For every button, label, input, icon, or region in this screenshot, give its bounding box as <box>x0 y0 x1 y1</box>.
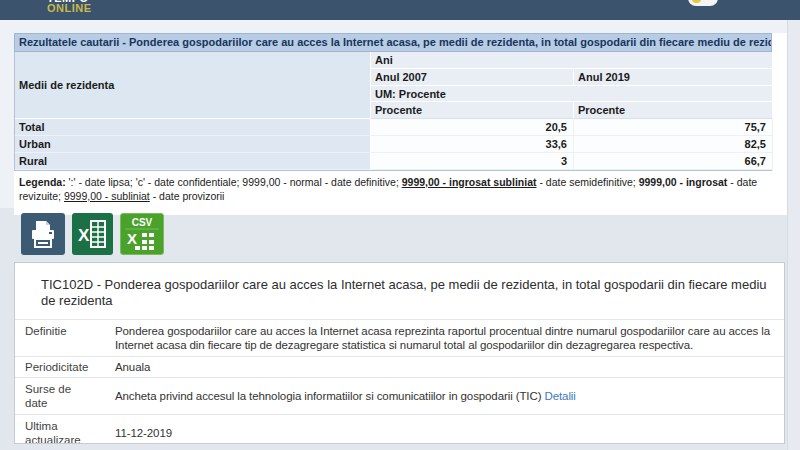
meta-value-definitie: Ponderea gospodariilor care au acces la … <box>103 320 784 356</box>
legend-segment: - date semidefinitive; <box>537 176 639 188</box>
legend-text: Legenda: ':' - date lipsa; 'c' - date co… <box>14 171 769 205</box>
printer-icon <box>28 219 58 249</box>
legend-segment: ':' - date lipsa; 'c' - date confidentia… <box>69 176 402 188</box>
legend-segment: 9999,00 - ingrosat subliniat <box>402 176 537 188</box>
logo-line-online: ONLINE <box>47 3 92 13</box>
topbar-partial-widget <box>688 0 718 6</box>
table-row-label-total: Total <box>15 119 371 136</box>
meta-label-definitie: Definitie <box>15 320 103 356</box>
meta-value-surse-de-date: Ancheta privind accesul la tehnologia in… <box>103 385 784 407</box>
table-cell-rural-2007: 3 <box>371 153 574 170</box>
topbar-widget-accent <box>692 0 701 3</box>
results-section: Rezultatele cautarii - Ponderea gospodar… <box>14 33 787 215</box>
excel-x-glyph: X <box>78 226 90 245</box>
csv-icon: CSV X <box>123 216 161 252</box>
indicator-metadata-panel: TIC102D - Ponderea gospodariilor care au… <box>14 262 785 444</box>
column-header-anul-2019: Anul 2019 <box>574 69 773 86</box>
surse-text: Ancheta privind accesul la tehnologia in… <box>115 390 544 402</box>
unit-header-2019: Procente <box>574 102 773 119</box>
table-cell-urban-2007: 33,6 <box>371 136 574 153</box>
detalii-link[interactable]: Detalii <box>544 390 575 402</box>
meta-value-ultima-actualizare: 11-12-2019 <box>103 422 784 444</box>
legend-segment: 9999,00 - ingrosat <box>639 176 728 188</box>
results-title-bar: Rezultatele cautarii - Ponderea gospodar… <box>14 33 772 52</box>
table-cell-rural-2019: 66,7 <box>574 153 773 170</box>
legend-segment: - date provizorii <box>150 190 225 202</box>
um-header: UM: Procente <box>371 86 773 102</box>
meta-row-periodicitate: Periodicitate Anuala <box>15 356 784 377</box>
column-header-anul-2007: Anul 2007 <box>371 69 574 86</box>
indicator-title: TIC102D - Ponderea gospodariilor care au… <box>15 263 784 319</box>
meta-label-periodicitate: Periodicitate <box>15 357 103 377</box>
table-row-label-urban: Urban <box>15 136 371 153</box>
column-group-header-ani: Ani <box>371 52 773 69</box>
table-row-label-rural: Rural <box>15 153 371 170</box>
export-toolbar: X CSV X <box>21 213 164 255</box>
legend-segment: 9999,00 - subliniat <box>64 190 150 202</box>
meta-label-ultima-actualizare: Ultima actualizare <box>15 415 103 444</box>
export-csv-button[interactable]: CSV X <box>120 213 164 255</box>
legend-segment: Legenda: <box>19 176 69 188</box>
table-cell-total-2007: 20,5 <box>371 119 574 136</box>
meta-value-periodicitate: Anuala <box>103 357 784 377</box>
meta-row-definitie: Definitie Ponderea gospodariilor care au… <box>15 319 784 356</box>
results-table: Medii de rezidenta Ani Anul 2007 Anul 20… <box>14 52 772 171</box>
print-button[interactable] <box>21 213 65 255</box>
row-dimension-header: Medii de rezidenta <box>15 52 371 119</box>
meta-label-surse-de-date: Surse de date <box>15 378 103 414</box>
csv-label: CSV <box>132 217 153 228</box>
meta-row-ultima-actualizare: Ultima actualizare 11-12-2019 <box>15 414 784 444</box>
tempo-online-logo[interactable]: TEMPO ONLINE <box>47 0 92 13</box>
excel-icon: X <box>77 218 108 250</box>
table-cell-urban-2019: 82,5 <box>574 136 773 153</box>
unit-header-2007: Procente <box>371 102 574 119</box>
vertical-scrollbar[interactable] <box>787 20 800 450</box>
csv-x-glyph: X <box>127 230 137 247</box>
meta-row-surse-de-date: Surse de date Ancheta privind accesul la… <box>15 377 784 414</box>
export-excel-button[interactable]: X <box>72 213 113 255</box>
table-cell-total-2019: 75,7 <box>574 119 773 136</box>
top-header-bar: TEMPO ONLINE <box>0 0 800 20</box>
